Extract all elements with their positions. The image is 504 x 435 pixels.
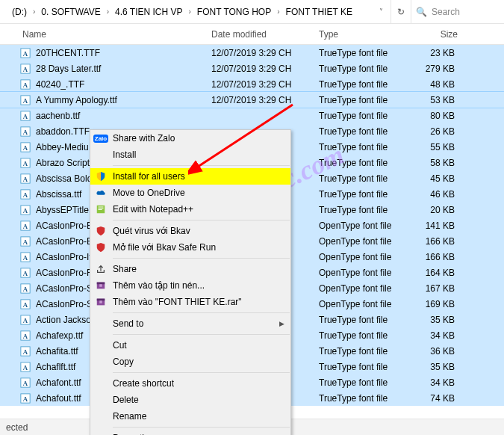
share-icon <box>95 263 107 275</box>
file-row[interactable]: A28 Days Later.ttf12/07/2019 3:29 CHTrue… <box>0 61 504 76</box>
file-size: 167 KB <box>408 283 459 294</box>
file-size: 279 KB <box>408 64 459 74</box>
file-size: 34 KB <box>408 330 459 341</box>
file-size: 166 KB <box>408 236 459 247</box>
menu-separator <box>113 334 290 335</box>
menu-item[interactable]: Properties <box>90 430 290 435</box>
menu-item[interactable]: Thêm vào tập tin nén... <box>90 277 290 294</box>
file-type: OpenType font file <box>319 236 408 247</box>
file-size: 164 KB <box>408 268 459 278</box>
file-type: TrueType font file <box>319 346 408 357</box>
breadcrumb-item[interactable]: 0. SOFTWAVE <box>37 4 105 20</box>
breadcrumb-item[interactable]: FONT THIET KE <box>281 4 357 20</box>
breadcrumb-item[interactable]: FONT TONG HOP <box>193 4 276 20</box>
file-type: TrueType font file <box>319 315 408 325</box>
file-date: 12/07/2019 3:29 CH <box>211 79 319 90</box>
menu-item[interactable]: Install for all users <box>90 168 290 185</box>
menu-item-label: Send to <box>113 318 143 329</box>
file-row[interactable]: A20THCENT.TTF12/07/2019 3:29 CHTrueType … <box>0 45 504 61</box>
file-size: 74 KB <box>408 393 459 404</box>
menu-item[interactable]: Share <box>90 261 290 277</box>
file-type: OpenType font file <box>319 220 408 231</box>
file-type: TrueType font file <box>319 173 408 184</box>
zalo-icon: Zalo <box>95 132 107 144</box>
winrar-icon <box>95 296 107 308</box>
shield-icon <box>95 170 107 182</box>
svg-text:A: A <box>23 363 28 371</box>
font-file-icon: A <box>19 157 31 169</box>
menu-item-label: Cut <box>113 340 127 351</box>
font-file-icon: A <box>19 110 31 122</box>
history-dropdown[interactable]: ˅ <box>372 3 391 20</box>
file-row[interactable]: Aaachenb.ttfTrueType font file80 KB <box>0 108 504 123</box>
svg-text:A: A <box>23 49 28 57</box>
menu-item[interactable]: Thêm vào "FONT THIET KE.rar" <box>90 294 290 310</box>
menu-item[interactable]: Delete <box>90 392 290 408</box>
menu-item[interactable]: Edit with Notepad++ <box>90 201 290 218</box>
menu-item[interactable]: ZaloShare with Zalo <box>90 130 290 146</box>
menu-item-label: Share with Zalo <box>113 133 175 144</box>
menu-item[interactable]: Send to▶ <box>90 315 290 332</box>
menu-item[interactable]: Quét virus với Bkav <box>90 223 290 239</box>
file-row[interactable]: AA Yummy Apology.ttf12/07/2019 3:29 CHTr… <box>0 92 504 108</box>
svg-text:A: A <box>23 238 28 245</box>
font-file-icon: A <box>19 392 31 404</box>
font-file-icon: A <box>19 235 31 247</box>
menu-item-label: Create shortcut <box>113 378 174 389</box>
svg-text:A: A <box>23 332 28 339</box>
svg-text:A: A <box>23 175 28 182</box>
file-size: 26 KB <box>408 126 459 137</box>
column-header-size[interactable]: Size <box>408 29 480 40</box>
font-file-icon: A <box>19 220 31 232</box>
menu-item[interactable]: Mở file với Bkav Safe Run <box>90 239 290 256</box>
menu-item[interactable]: Copy <box>90 354 290 370</box>
menu-item-label: Quét virus với Bkav <box>113 226 190 236</box>
search-icon: 🔍 <box>411 7 432 17</box>
svg-text:A: A <box>23 159 28 167</box>
menu-item[interactable]: Rename <box>90 408 290 425</box>
menu-item[interactable]: Cut <box>90 337 290 354</box>
menu-item[interactable]: Move to OneDrive <box>90 185 290 201</box>
chevron-right-icon: › <box>107 7 109 16</box>
menu-item-label: Thêm vào tập tin nén... <box>113 280 205 291</box>
column-header-date[interactable]: Date modified <box>211 29 319 40</box>
column-header-type[interactable]: Type <box>319 29 408 40</box>
bkav-icon <box>95 241 107 253</box>
file-date: 12/07/2019 3:29 CH <box>211 95 319 105</box>
bkav-icon <box>95 225 107 237</box>
breadcrumb-item[interactable]: (D:) <box>7 4 31 20</box>
search-input[interactable]: 🔍 Search <box>411 7 501 17</box>
file-name: 20THCENT.TTF <box>36 48 211 58</box>
file-row[interactable]: A40240_.TTF12/07/2019 3:29 CHTrueType fo… <box>0 76 504 92</box>
winrar-icon <box>95 280 107 291</box>
column-header-name[interactable]: Name <box>0 29 211 40</box>
svg-text:A: A <box>23 112 28 120</box>
file-type: OpenType font file <box>319 283 408 294</box>
breadcrumb-item[interactable]: 4.6 TIEN ICH VP <box>111 4 187 20</box>
notepad-icon <box>95 203 107 215</box>
refresh-icon[interactable]: ↻ <box>391 2 411 22</box>
file-type: TrueType font file <box>319 362 408 372</box>
file-size: 166 KB <box>408 252 459 262</box>
address-bar: (D:)› 0. SOFTWAVE› 4.6 TIEN ICH VP› FONT… <box>0 0 504 24</box>
menu-item-label: Copy <box>113 357 134 367</box>
font-file-icon: A <box>19 377 31 389</box>
context-menu: ZaloShare with ZaloInstallInstall for al… <box>90 129 291 435</box>
menu-item[interactable]: Install <box>90 146 290 163</box>
file-type: OpenType font file <box>319 252 408 262</box>
chevron-right-icon: › <box>277 7 279 16</box>
font-file-icon: A <box>19 188 31 200</box>
file-size: 55 KB <box>408 142 459 152</box>
file-type: TrueType font file <box>319 205 408 215</box>
file-size: 35 KB <box>408 315 459 325</box>
svg-text:A: A <box>23 316 28 324</box>
svg-rect-52 <box>99 284 102 287</box>
file-type: TrueType font file <box>319 95 408 105</box>
menu-item-label: Move to OneDrive <box>113 188 185 198</box>
font-file-icon: A <box>19 47 31 59</box>
menu-item[interactable]: Create shortcut <box>90 375 290 392</box>
file-type: TrueType font file <box>319 377 408 388</box>
file-size: 34 KB <box>408 377 459 388</box>
file-size: 58 KB <box>408 158 459 168</box>
file-size: 35 KB <box>408 362 459 372</box>
